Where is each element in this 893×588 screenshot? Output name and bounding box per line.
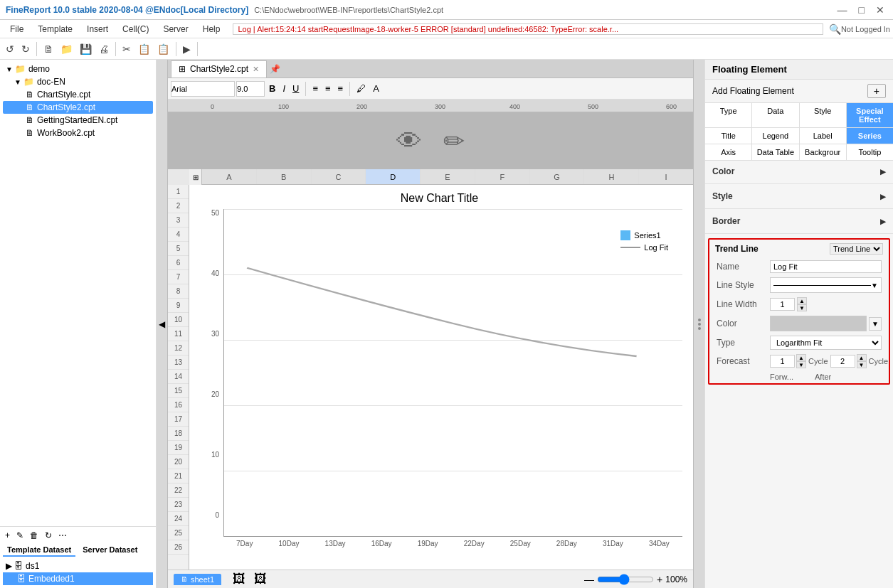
sheet-area[interactable]: 👁 ✏ ⊞ A B C D E F [168,112,693,570]
menu-template[interactable]: Template [31,23,80,36]
right-subtab-background[interactable]: Backgrour [800,144,847,160]
open-button[interactable]: 📁 [58,42,75,56]
right-tab-style[interactable]: Style [800,103,847,127]
ds-refresh-button[interactable]: ↻ [43,530,54,541]
menu-help[interactable]: Help [196,23,228,36]
tree-item-doc-en[interactable]: ▼ 📁 doc-EN [3,75,153,88]
style-section-header[interactable]: Style ▶ [705,188,893,204]
cut-button[interactable]: ✂ [120,42,134,56]
zoom-in-button[interactable]: + [657,574,662,585]
fill-color-button[interactable]: 🖊 [354,82,369,95]
col-header-i[interactable]: I [639,169,693,184]
paste-button[interactable]: 📋 [154,42,172,56]
forecast-forward-input[interactable] [770,355,795,368]
forecast-after-input[interactable] [830,355,855,368]
menu-cell[interactable]: Cell(C) [115,23,156,36]
col-header-e[interactable]: E [421,169,475,184]
prop-name-input[interactable] [770,260,882,273]
prop-type-select[interactable]: Logarithm Fit Linear Fit Polynomial Fit … [770,336,882,350]
after-up-button[interactable]: ▲ [857,354,867,361]
tree-item-gettingstarted[interactable]: 🗎 GettingStartedEN.cpt [3,114,153,127]
after-down-button[interactable]: ▼ [857,361,867,368]
maximize-button[interactable]: □ [856,4,867,16]
copy-button[interactable]: 📋 [135,42,153,56]
menu-insert[interactable]: Insert [80,23,115,36]
right-panel-toggle[interactable] [693,60,704,588]
dataset-tab-server[interactable]: Server Dataset [78,544,142,557]
dataset-tab-template[interactable]: Template Dataset [3,544,75,557]
add-sheet-button[interactable]: 🖼 [233,572,245,587]
font-color-button[interactable]: A [370,82,382,95]
tab-pin-button[interactable]: 📌 [270,64,280,74]
add-floating-button[interactable]: + [867,84,886,98]
right-subtab-label[interactable]: Label [800,128,847,144]
left-panel-toggle[interactable]: ◀ [157,60,168,588]
align-right-button[interactable]: ≡ [335,82,347,95]
redo-button[interactable]: ↻ [19,42,33,56]
new-button[interactable]: 🗎 [41,42,56,56]
border-section-header[interactable]: Border ▶ [705,213,893,229]
color-section-header[interactable]: Color ▶ [705,164,893,179]
bold-button[interactable]: B [266,82,278,95]
tree-item-demo[interactable]: ▼ 📁 demo [3,63,153,75]
tree-item-chartstyle2[interactable]: 🗎 ChartStyle2.cpt [3,101,153,114]
right-tab-data[interactable]: Data [752,103,799,127]
col-header-h[interactable]: H [584,169,639,184]
tab-chartstyle2[interactable]: ⊞ ChartStyle2.cpt ✕ [171,60,267,77]
prop-linewidth-row: Line Width ▲ ▼ [709,295,889,314]
col-header-b[interactable]: B [257,169,312,184]
chart-plot-area: Series1 Log Fit [223,209,682,537]
right-subtab-axis[interactable]: Axis [705,144,752,160]
menu-server[interactable]: Server [156,23,195,36]
col-header-g[interactable]: G [530,169,585,184]
ds-edit-button[interactable]: ✎ [14,530,26,541]
tree-item-chartstyle[interactable]: 🗎 ChartStyle.cpt [3,88,153,101]
ds-delete-button[interactable]: 🗑 [28,530,41,541]
linewidth-input[interactable] [770,298,795,311]
align-left-button[interactable]: ≡ [310,82,321,95]
linewidth-up-button[interactable]: ▲ [797,297,807,304]
forward-up-button[interactable]: ▲ [796,354,806,361]
italic-button[interactable]: I [280,82,288,95]
col-header-f[interactable]: F [475,169,530,184]
ds-more-button[interactable]: ⋯ [56,530,69,541]
minimize-button[interactable]: — [835,4,850,16]
close-button[interactable]: ✕ [873,4,887,16]
align-center-button[interactable]: ≡ [322,82,334,95]
right-subtab-tooltip[interactable]: Tooltip [847,144,893,160]
col-header-c[interactable]: C [312,169,366,184]
zoom-slider[interactable] [597,574,654,585]
right-subtab-title[interactable]: Title [705,128,752,144]
underline-button[interactable]: U [290,82,302,95]
sheet-tab-1[interactable]: 🗎 sheet1 [174,574,221,585]
dataset-item-embedded1[interactable]: 🗄 Embedded1 [3,572,153,585]
font-family-input[interactable] [171,81,235,97]
linewidth-down-button[interactable]: ▼ [797,304,807,311]
tab-close-button[interactable]: ✕ [253,65,259,74]
save-button[interactable]: 💾 [77,42,95,56]
zoom-out-button[interactable]: — [584,574,594,585]
dataset-item-ds1[interactable]: ▶ 🗄 ds1 [3,560,153,572]
ds-add-button[interactable]: + [3,530,12,541]
forward-down-button[interactable]: ▼ [796,361,806,368]
menu-file[interactable]: File [3,23,31,36]
print-button[interactable]: 🖨 [96,42,112,56]
search-button[interactable]: 🔍 [829,23,841,35]
color-dropdown-arrow[interactable]: ▼ [869,317,882,331]
color-swatch[interactable] [770,316,867,331]
right-subtab-datatable[interactable]: Data Table [752,144,799,160]
trend-line-header[interactable]: Trend Line Trend Line [709,240,889,258]
trend-line-selector[interactable]: Trend Line [830,243,883,255]
right-tab-special-effect[interactable]: Special Effect [847,103,893,127]
right-subtab-series[interactable]: Series [847,128,893,144]
col-header-d[interactable]: D [366,169,421,184]
col-header-a[interactable]: A [202,169,257,184]
right-tab-type[interactable]: Type [705,103,752,127]
preview-button[interactable]: ▶ [180,42,194,56]
undo-button[interactable]: ↺ [3,42,17,56]
tree-item-workbook2[interactable]: 🗎 WorkBook2.cpt [3,127,153,139]
font-size-input[interactable] [236,81,265,97]
linestyle-dropdown-arrow[interactable]: ▼ [871,282,878,289]
sheet-options-button[interactable]: 🖼 [254,572,267,587]
right-subtab-legend[interactable]: Legend [752,128,799,144]
